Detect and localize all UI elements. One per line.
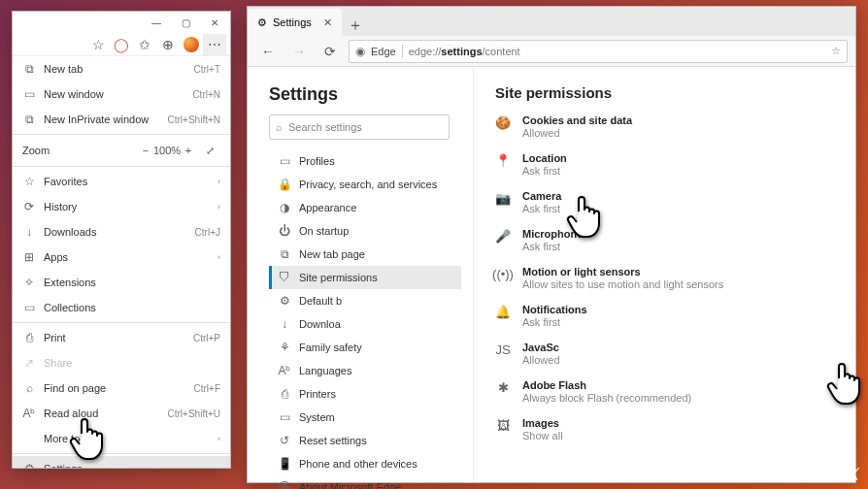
gear-icon: ⚙: [22, 462, 36, 468]
perm-icon: ✱: [495, 379, 511, 404]
settings-nav-languages[interactable]: AᵇLanguages: [269, 359, 461, 382]
download-icon: ↓: [22, 225, 36, 239]
favorite-icon[interactable]: ☆: [86, 34, 110, 55]
favorite-icon[interactable]: ☆: [831, 45, 841, 57]
perm-icon: 🎤: [495, 228, 511, 252]
menu-new-window[interactable]: ▭New windowCtrl+N: [13, 82, 230, 107]
settings-nav-system[interactable]: ▭System: [269, 406, 461, 429]
permission-notifications[interactable]: 🔔NotificationsAsk first: [495, 304, 844, 328]
close-tab-icon[interactable]: ✕: [323, 16, 332, 29]
settings-nav-printers[interactable]: ⎙Printers: [269, 382, 461, 406]
settings-nav-family-safety[interactable]: ⚘Family safety: [269, 336, 461, 359]
tab-icon: ⧉: [22, 62, 36, 76]
edge-menu-window: — ▢ ✕ ☆ ◯ ✩ ⊕ ⋯ ⧉New tabCtrl+T ▭New wind…: [12, 11, 231, 469]
settings-nav-phone-and-other-devices[interactable]: 📱Phone and other devices: [269, 452, 461, 475]
nav-icon: ⛉: [278, 271, 291, 284]
share-icon: ↗: [22, 356, 36, 370]
extension-icon: ✧: [22, 276, 36, 289]
nav-icon: ↓: [278, 317, 291, 331]
settings-nav-privacy-search-and-services[interactable]: 🔒Privacy, search, and services: [269, 173, 461, 196]
menu-share: ↗Share: [13, 350, 230, 375]
tab-settings[interactable]: ⚙ Settings ✕: [248, 9, 342, 36]
settings-sidebar: Settings ⌕ Search settings ▭Profiles🔒Pri…: [248, 67, 473, 482]
menu-extensions[interactable]: ✧Extensions: [13, 270, 230, 295]
forward-button[interactable]: →: [286, 39, 312, 64]
section-heading: Site permissions: [495, 84, 844, 101]
search-settings-input[interactable]: ⌕ Search settings: [269, 114, 450, 140]
nav-icon: ⓔ: [278, 479, 291, 490]
permission-adobe-flash[interactable]: ✱Adobe FlashAlways block Flash (recommen…: [495, 379, 844, 404]
permission-microphone[interactable]: 🎤MicrophoneAsk first: [495, 228, 844, 252]
permission-motion-or-light-sensors[interactable]: ((•))Motion or light sensorsAllow sites …: [495, 266, 844, 290]
settings-nav-reset-settings[interactable]: ↺Reset settings: [269, 429, 461, 452]
address-bar[interactable]: ◉ Edge edge://settings/content ☆: [349, 40, 848, 63]
settings-nav-about-microsoft-edge[interactable]: ⓔAbout Microsoft Edge: [269, 475, 461, 489]
menu-downloads[interactable]: ↓DownloadsCtrl+J: [13, 219, 230, 244]
back-button[interactable]: ←: [255, 39, 281, 64]
opera-icon[interactable]: ◯: [110, 34, 133, 55]
zoom-value: 100%: [156, 140, 178, 161]
menu-find[interactable]: ⌕Find on pageCtrl+F: [13, 375, 230, 401]
more-menu-icon[interactable]: ⋯: [203, 34, 226, 55]
menu-read-aloud[interactable]: AᵇRead aloudCtrl+Shift+U: [13, 401, 230, 426]
avatar[interactable]: [180, 34, 203, 55]
address-url: edge://settings/content: [409, 46, 520, 57]
settings-nav-site-permissions[interactable]: ⛉Site permissions: [269, 266, 461, 289]
address-product: Edge: [371, 46, 396, 57]
close-button[interactable]: ✕: [201, 12, 228, 33]
fullscreen-button[interactable]: ⤢: [199, 140, 220, 161]
menu-favorites[interactable]: ☆Favorites›: [13, 169, 230, 194]
chevron-right-icon: ›: [217, 177, 220, 186]
settings-nav-downloa[interactable]: ↓Downloa: [269, 312, 461, 336]
menu-new-tab[interactable]: ⧉New tabCtrl+T: [13, 56, 230, 82]
nav-icon: ▭: [278, 154, 291, 168]
menu-apps[interactable]: ⊞Apps›: [13, 244, 230, 270]
perm-icon: ((•)): [495, 266, 511, 290]
chevron-right-icon: ›: [217, 202, 220, 212]
maximize-button[interactable]: ▢: [172, 12, 199, 33]
settings-nav-default-b[interactable]: ⚙Default b: [269, 289, 461, 312]
settings-nav-profiles[interactable]: ▭Profiles: [269, 149, 461, 173]
read-aloud-icon: Aᵇ: [22, 407, 36, 420]
nav-icon: Aᵇ: [278, 364, 291, 377]
edge-settings-window: ⚙ Settings ✕ ＋ ← → ⟳ ◉ Edge edge://setti…: [247, 6, 856, 483]
zoom-label: Zoom: [22, 145, 135, 156]
nav-icon: ⚙: [278, 294, 291, 308]
menu-settings[interactable]: ⚙Settings: [13, 456, 230, 468]
permission-cookies-and-site-data[interactable]: 🍪Cookies and site dataAllowed: [495, 114, 844, 139]
menu-print[interactable]: ⎙PrintCtrl+P: [13, 325, 230, 350]
edge-icon: ◉: [355, 45, 365, 58]
chevron-right-icon: ›: [217, 252, 220, 262]
settings-page: Settings ⌕ Search settings ▭Profiles🔒Pri…: [248, 67, 855, 482]
zoom-in-button[interactable]: +: [178, 140, 199, 161]
menu-history[interactable]: ⟳History›: [13, 194, 230, 219]
minimize-button[interactable]: —: [143, 12, 170, 33]
refresh-button[interactable]: ⟳: [317, 39, 343, 64]
permission-javasc[interactable]: JSJavaScAllowed: [495, 342, 844, 366]
nav-icon: 🔒: [278, 178, 291, 191]
perm-icon: 📍: [495, 152, 511, 177]
gear-icon: ⚙: [257, 16, 267, 29]
perm-icon: 🍪: [495, 114, 511, 139]
collections-icon[interactable]: ⊕: [156, 34, 180, 55]
overflow-menu: ⧉New tabCtrl+T ▭New windowCtrl+N ⧉New In…: [13, 56, 230, 468]
settings-nav-new-tab-page[interactable]: ⧉New tab page: [269, 243, 461, 266]
perm-icon: 📷: [495, 190, 511, 214]
perm-icon: 🔔: [495, 304, 511, 328]
menu-more-tools[interactable]: More tools›: [13, 426, 230, 451]
new-tab-button[interactable]: ＋: [342, 16, 369, 36]
favorites-bar-icon[interactable]: ✩: [133, 34, 156, 55]
nav-icon: ⎙: [278, 387, 291, 401]
nav-icon: ◑: [278, 201, 291, 214]
nav-icon: ⚘: [278, 341, 291, 354]
nav-icon: ⧉: [278, 247, 291, 261]
window-icon: ▭: [22, 87, 36, 101]
menu-new-inprivate[interactable]: ⧉New InPrivate windowCtrl+Shift+N: [13, 107, 230, 132]
menu-collections[interactable]: ▭Collections: [13, 295, 230, 320]
nav-icon: ▭: [278, 410, 291, 424]
settings-nav-appearance[interactable]: ◑Appearance: [269, 196, 461, 219]
permission-camera[interactable]: 📷CameraAsk first: [495, 190, 844, 214]
permission-images[interactable]: 🖼ImagesShow all: [495, 417, 844, 441]
permission-location[interactable]: 📍LocationAsk first: [495, 152, 844, 177]
settings-nav-on-startup[interactable]: ⏻On startup: [269, 219, 461, 243]
